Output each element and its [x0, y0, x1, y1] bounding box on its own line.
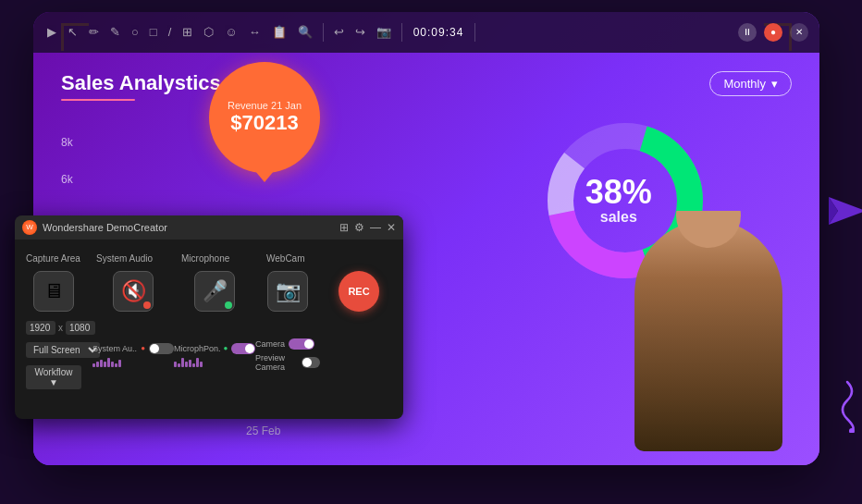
timer-display: 00:09:34	[413, 26, 464, 39]
pencil-icon[interactable]: ✎	[107, 22, 123, 42]
chart-date: 25 Feb	[246, 424, 280, 437]
preview-camera-toggle[interactable]	[302, 357, 320, 368]
paper-airplane-decoration	[829, 197, 862, 233]
camera-label: Camera	[255, 339, 285, 349]
preview-knob	[302, 358, 312, 367]
person-silhouette	[634, 220, 782, 451]
panel-title: Wondershare DemoCreator	[43, 222, 167, 233]
webcam-icon[interactable]: 📷	[267, 271, 308, 312]
microphone-row: MicrophPon... ●	[174, 343, 255, 354]
microphone-controls: MicrophPon... ●	[174, 343, 255, 367]
resolution-separator: x	[58, 323, 63, 333]
system-audio-toggle[interactable]	[149, 343, 174, 354]
camera-toggle-knob	[304, 339, 314, 349]
audio-levels	[92, 358, 174, 367]
system-audio-controls: System Au... ●	[92, 343, 174, 367]
system-audio-label: System Audio	[96, 249, 178, 265]
section-labels-row: Capture Area System Audio Microphone Web…	[26, 249, 392, 265]
settings-row: x Full Screen Workflow ▼ System Au... ●	[26, 321, 392, 389]
zoom-icon[interactable]: 🔍	[295, 22, 315, 42]
separator-1	[323, 23, 324, 42]
chevron-down-icon: ▾	[771, 77, 778, 91]
system-audio-icon[interactable]: 🔇	[113, 271, 154, 312]
person-image	[621, 211, 796, 451]
rect-icon[interactable]: □	[147, 22, 160, 42]
mic-active-indicator	[225, 301, 232, 309]
panel-body: Capture Area System Audio Microphone Web…	[15, 240, 403, 399]
app-logo: W	[22, 220, 37, 235]
monthly-dropdown[interactable]: Monthly ▾	[709, 71, 792, 96]
spiral-decoration	[833, 377, 861, 437]
microphone-icon[interactable]: 🎤	[194, 271, 235, 312]
mic-name: MicrophPon...	[174, 344, 220, 353]
emoji-icon[interactable]: ☺	[222, 22, 240, 42]
webcam-section: 📷	[255, 271, 320, 312]
chart-label-8k: 8k	[61, 136, 73, 149]
panel-minimize-icon[interactable]: —	[370, 221, 381, 234]
person-head	[676, 211, 741, 248]
mic-levels	[174, 358, 255, 367]
circle-icon[interactable]: ○	[129, 22, 142, 42]
system-audio-name: System Au...	[92, 344, 137, 353]
microphone-label-header: Microphone	[181, 249, 263, 265]
panel-titlebar: W Wondershare DemoCreator ⊞ ⚙ — ✕	[15, 215, 403, 240]
screen-capture-icon[interactable]: 🖥	[33, 271, 74, 312]
screen-mode-select[interactable]: Full Screen	[26, 342, 100, 358]
toggle-knob	[150, 344, 159, 353]
webcam-label-header: WebCam	[266, 249, 331, 265]
toggle-knob-on	[245, 344, 254, 353]
panel-settings-icon[interactable]: ⚙	[354, 221, 364, 234]
chart-label-6k: 6k	[61, 173, 73, 186]
height-input[interactable]	[66, 321, 95, 335]
resolution-row: x	[26, 321, 81, 335]
revenue-date: Revenue 21 Jan	[228, 100, 302, 111]
pen-icon[interactable]: ✏	[86, 22, 102, 42]
preview-camera-label: Preview Camera	[255, 353, 298, 372]
capture-area-section: 🖥	[26, 271, 81, 312]
play-icon[interactable]: ▶	[44, 22, 59, 42]
webcam-controls: Camera Preview Camera	[255, 338, 320, 372]
record-indicator: ●	[764, 23, 782, 42]
toolbar: ▶ ↖ ✏ ✎ ○ □ / ⊞ ⬡ ☺ ↔ 📋 🔍 ↩ ↪ 📷 00:09:34…	[33, 12, 819, 53]
redo-icon[interactable]: ↪	[352, 22, 368, 42]
resolution-section: x Full Screen Workflow ▼	[26, 321, 81, 389]
arrow-icon[interactable]: ↔	[246, 22, 264, 42]
camera-toggle[interactable]	[289, 338, 314, 350]
monthly-label: Monthly	[723, 77, 766, 91]
panel-window-controls: ⊞ ⚙ — ✕	[339, 221, 396, 234]
line-icon[interactable]: /	[166, 22, 175, 42]
rec-button[interactable]: REC	[339, 271, 379, 312]
width-input[interactable]	[26, 321, 55, 335]
undo-icon[interactable]: ↩	[331, 22, 347, 42]
donut-percent: 38%	[585, 176, 652, 209]
panel-close-icon[interactable]: ✕	[387, 221, 396, 234]
system-audio-row: System Au... ●	[92, 343, 174, 354]
separator-3	[474, 23, 475, 42]
cursor-icon[interactable]: ↖	[65, 22, 80, 42]
camera-row: Camera	[255, 338, 320, 350]
sales-underline	[61, 99, 135, 101]
microphone-section: 🎤	[174, 271, 255, 312]
audio-off-dot: ●	[141, 344, 145, 352]
close-button[interactable]: ✕	[790, 23, 808, 42]
mic-on-dot: ●	[224, 344, 228, 352]
window-controls: ⏸ ● ✕	[738, 23, 808, 42]
preview-camera-row: Preview Camera	[255, 353, 320, 372]
panel-grid-icon[interactable]: ⊞	[339, 221, 349, 234]
workflow-button[interactable]: Workflow ▼	[26, 365, 81, 389]
audio-mute-indicator	[143, 301, 151, 309]
stamp-icon[interactable]: ⬡	[201, 22, 216, 42]
camera-icon[interactable]: 📷	[374, 22, 394, 42]
grid-icon[interactable]: ⊞	[179, 22, 195, 42]
icons-row: 🖥 🔇 🎤	[26, 271, 392, 312]
outer-wrapper: ▶ ↖ ✏ ✎ ○ □ / ⊞ ⬡ ☺ ↔ 📋 🔍 ↩ ↪ 📷 00:09:34…	[15, 12, 847, 493]
democreator-panel: W Wondershare DemoCreator ⊞ ⚙ — ✕ Captur…	[15, 215, 403, 419]
separator-2	[401, 23, 402, 42]
clipboard-icon[interactable]: 📋	[269, 22, 289, 42]
capture-area-label: Capture Area	[26, 249, 89, 265]
pause-button[interactable]: ⏸	[738, 23, 757, 42]
revenue-tooltip: Revenue 21 Jan $70213	[209, 62, 320, 173]
microphone-toggle[interactable]	[231, 343, 255, 354]
revenue-amount: $70213	[230, 111, 298, 135]
right-area: Monthly ▾ 38%	[496, 71, 792, 447]
